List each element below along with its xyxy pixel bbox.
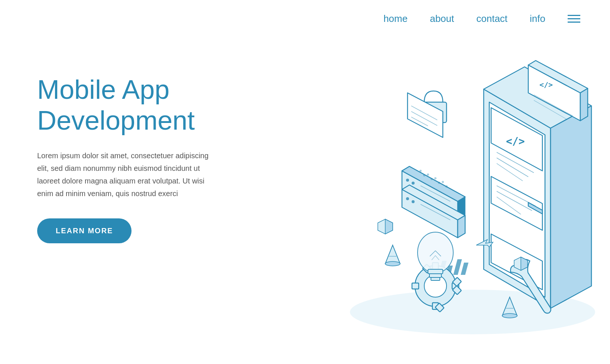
svg-marker-31 bbox=[408, 93, 443, 137]
svg-text:</>: </> bbox=[539, 80, 553, 89]
hero-illustration: .iso-line { fill: none; stroke: #2a8ab5;… bbox=[276, 30, 610, 357]
svg-rect-68 bbox=[429, 274, 441, 277]
svg-point-39 bbox=[412, 182, 415, 185]
svg-point-49 bbox=[427, 173, 429, 176]
svg-rect-69 bbox=[431, 277, 440, 280]
svg-point-54 bbox=[438, 182, 440, 184]
svg-marker-3 bbox=[551, 106, 591, 308]
svg-point-50 bbox=[434, 177, 437, 179]
svg-marker-78 bbox=[385, 245, 400, 264]
nav-info-link[interactable]: info bbox=[530, 13, 545, 25]
learn-more-button[interactable]: LEARN MORE bbox=[37, 218, 132, 243]
nav-about-link[interactable]: about bbox=[430, 13, 454, 25]
hero-description: Lorem ipsum dolor sit amet, consectetuer… bbox=[37, 149, 215, 200]
svg-point-79 bbox=[385, 261, 400, 266]
svg-rect-61 bbox=[412, 283, 419, 289]
svg-point-45 bbox=[412, 200, 415, 203]
svg-rect-67 bbox=[428, 269, 443, 274]
svg-marker-75 bbox=[385, 219, 393, 234]
hero-content: Mobile App Development Lorem ipsum dolor… bbox=[37, 74, 241, 243]
main-title: Mobile App Development bbox=[37, 74, 241, 136]
svg-text:</>: </> bbox=[506, 135, 525, 147]
svg-point-51 bbox=[442, 181, 444, 183]
hamburger-menu[interactable] bbox=[568, 15, 580, 23]
svg-point-55 bbox=[445, 185, 448, 188]
svg-marker-24 bbox=[580, 88, 588, 121]
svg-point-48 bbox=[419, 170, 422, 172]
svg-point-52 bbox=[423, 174, 425, 176]
svg-rect-21 bbox=[461, 263, 468, 275]
svg-point-53 bbox=[431, 178, 433, 180]
svg-point-66 bbox=[418, 232, 453, 273]
svg-point-82 bbox=[502, 313, 517, 318]
nav-home-link[interactable]: home bbox=[383, 13, 408, 25]
svg-rect-20 bbox=[453, 259, 462, 275]
svg-marker-43 bbox=[458, 215, 465, 238]
svg-point-44 bbox=[406, 197, 409, 200]
nav-contact-link[interactable]: contact bbox=[476, 13, 507, 25]
svg-point-38 bbox=[406, 179, 409, 182]
